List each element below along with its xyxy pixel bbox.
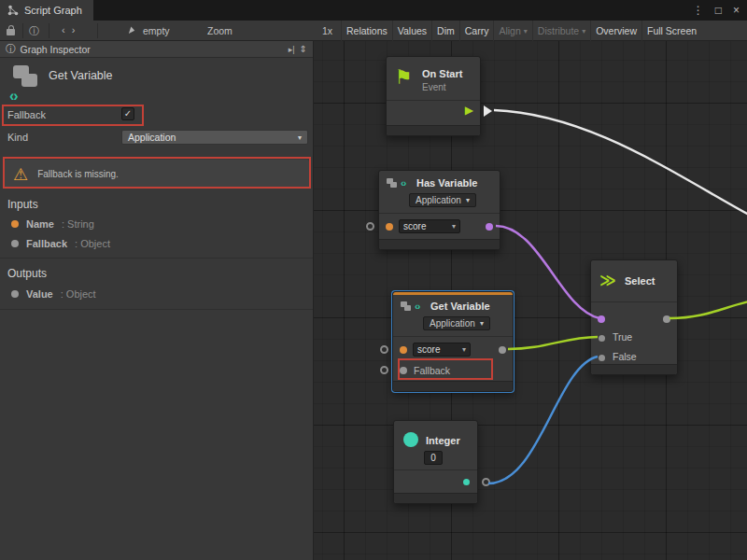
flow-out-arrow-icon[interactable]: ▶: [465, 104, 473, 117]
node-separator: [387, 100, 480, 101]
menu-icon[interactable]: ⋮: [693, 4, 704, 17]
values-button[interactable]: Values: [392, 21, 431, 41]
toolbar-divider: [97, 23, 98, 38]
inspector-title: Graph Inspector: [21, 44, 91, 55]
node-subtitle: Event: [422, 82, 446, 92]
node-footer: [393, 381, 513, 391]
code-icon: ‹›: [415, 301, 419, 312]
true-port-label: True: [613, 331, 632, 343]
node-title: Integer: [426, 435, 460, 446]
node-on-start[interactable]: ⚑ On Start Event ▶: [386, 56, 481, 136]
chevron-down-icon: ▾: [582, 21, 585, 41]
fallback-port-label: Fallback: [414, 365, 450, 376]
node-footer: [387, 125, 480, 135]
warning-icon: ⚠: [13, 166, 28, 183]
node-separator: [591, 301, 677, 302]
distribute-button[interactable]: Distribute▾: [532, 21, 590, 41]
node-separator: [394, 469, 477, 470]
dim-button[interactable]: Dim: [431, 21, 459, 41]
resize-icon[interactable]: ⇕: [300, 44, 307, 54]
node-title: Get Variable: [430, 301, 490, 312]
chevron-down-icon: ▾: [524, 21, 528, 41]
script-graph-window: Script Graph ⋮ □ × ⓘ ‹ › empty Zoom 1x R…: [0, 0, 747, 560]
close-icon[interactable]: ×: [733, 4, 740, 17]
kind-dropdown[interactable]: Application ▾: [409, 193, 476, 207]
node-get-variable[interactable]: ‹› Get Variable Application ▾ score ▾ Fa…: [392, 291, 514, 392]
integer-output-port-icon[interactable]: [463, 479, 470, 485]
fallback-checkbox[interactable]: ✓: [121, 107, 134, 120]
value-output-port-icon[interactable]: [499, 346, 506, 354]
object-port-icon: [11, 240, 19, 247]
align-button[interactable]: Align▾: [493, 21, 531, 41]
script-graph-icon: [7, 5, 19, 16]
node-has-variable[interactable]: ‹› Has Variable Application ▾ score ▾: [378, 170, 500, 250]
selection-label: empty: [143, 25, 170, 36]
name-port-icon[interactable]: [400, 346, 407, 354]
condition-port-icon[interactable]: [598, 315, 605, 323]
node-select[interactable]: ≫ Select True False: [590, 259, 678, 375]
lock-icon[interactable]: [7, 29, 15, 35]
name-input-port-icon[interactable]: [380, 345, 388, 354]
node-title: On Start: [422, 68, 462, 79]
info-icon[interactable]: ⓘ: [29, 24, 39, 38]
node-icons: ‹›: [401, 301, 419, 312]
warning-text: Fallback is missing.: [37, 169, 119, 179]
bool-output-port-icon[interactable]: [486, 223, 493, 231]
fallback-field-label: Fallback: [7, 109, 46, 120]
tab-script-graph[interactable]: Script Graph: [0, 0, 93, 21]
variable-name-field[interactable]: score ▾: [399, 219, 460, 233]
kind-dropdown[interactable]: Application ▾: [423, 316, 490, 330]
maximize-icon[interactable]: □: [715, 4, 722, 17]
node-footer: [379, 239, 500, 249]
object-port-icon: [11, 290, 19, 298]
toolbar-divider: [22, 23, 23, 38]
true-port-icon[interactable]: [599, 335, 605, 342]
false-port-label: False: [613, 351, 637, 362]
output-row-value: Value : Object: [0, 286, 313, 302]
graph-toolbar: ⓘ ‹ › empty Zoom 1x Relations Values Dim…: [0, 21, 747, 41]
outputs-heading: Outputs: [7, 267, 47, 280]
node-footer: [394, 493, 477, 503]
graph-canvas[interactable]: ⚑ On Start Event ▶ ‹› Has Variable Appli…: [314, 41, 747, 560]
node-title: Select: [625, 275, 655, 287]
relations-button[interactable]: Relations: [341, 21, 392, 41]
variable-papers-icon: [13, 65, 41, 90]
input-row-fallback: Fallback : Object: [0, 235, 313, 252]
overview-button[interactable]: Overview: [590, 21, 641, 41]
flag-icon: ⚑: [395, 66, 413, 89]
tab-title: Script Graph: [24, 5, 82, 16]
code-view-icon[interactable]: ‹ ›: [62, 24, 77, 35]
code-icon: ‹›: [9, 88, 18, 105]
kind-dropdown[interactable]: Application ▾: [121, 130, 308, 145]
node-footer: [591, 364, 677, 374]
selection-cursor-icon: [129, 26, 135, 35]
node-title: Has Variable: [416, 177, 477, 189]
title-bar: Script Graph ⋮ □ ×: [0, 0, 747, 21]
flow-port-icon[interactable]: [484, 105, 492, 117]
kind-value: Application: [128, 132, 176, 143]
integer-value-field[interactable]: 0: [424, 451, 443, 465]
integer-type-icon: [403, 432, 418, 447]
check-icon: ✓: [124, 108, 132, 119]
chevron-down-icon: ▾: [466, 196, 470, 204]
variable-kind-stripe: [393, 292, 513, 295]
inspector-header: ⓘ Graph Inspector ▸| ⇕: [0, 41, 313, 58]
node-integer[interactable]: Integer 0: [393, 420, 478, 504]
false-port-icon[interactable]: [599, 355, 605, 361]
dock-icon[interactable]: ▸|: [289, 45, 295, 54]
string-port-icon: [11, 220, 19, 228]
name-port-icon[interactable]: [386, 223, 393, 231]
output-port-icon[interactable]: [482, 478, 490, 486]
inputs-heading: Inputs: [7, 198, 38, 211]
zoom-label: Zoom: [207, 25, 233, 36]
full-screen-button[interactable]: Full Screen: [641, 21, 701, 41]
fallback-port-icon[interactable]: [400, 367, 407, 374]
input-port-icon[interactable]: [366, 222, 374, 231]
info-icon: ⓘ: [6, 43, 16, 56]
carry-button[interactable]: Carry: [459, 21, 494, 41]
input-row-name: Name : String: [0, 216, 313, 232]
divider: [0, 309, 313, 310]
variable-name-field[interactable]: score ▾: [413, 343, 471, 357]
fallback-input-port-icon[interactable]: [380, 366, 388, 374]
selection-output-port-icon[interactable]: [663, 315, 670, 323]
